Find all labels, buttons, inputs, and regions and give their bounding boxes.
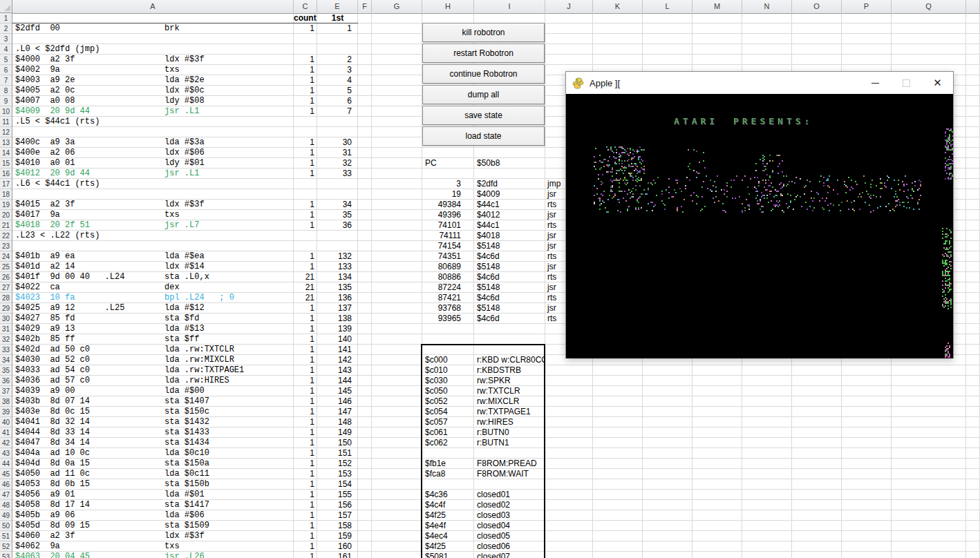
first-seen-cell[interactable]: 3 [317, 65, 358, 75]
count-cell[interactable]: 1 [294, 86, 317, 96]
asm-row[interactable]: $4023 10 fa bpl .L24 ; 0 [12, 293, 294, 303]
count-cell[interactable]: 1 [294, 345, 317, 355]
asm-row[interactable]: $404a ad 10 0c lda $0c10 [12, 448, 294, 459]
mem-desc-cell[interactable]: r:KBDSTRB [474, 365, 545, 376]
asm-row[interactable]: $2dfd 00 brk [12, 23, 294, 34]
mem-addr-cell[interactable]: $c054 [422, 407, 474, 417]
mem-addr-cell[interactable]: $c057 [422, 417, 474, 427]
count-cell[interactable]: 1 [294, 106, 317, 117]
call-addr-cell[interactable]: $5148 [474, 303, 545, 314]
row-header-8[interactable]: 8 [0, 86, 12, 96]
first-seen-cell[interactable]: 138 [317, 314, 358, 324]
first-seen-cell[interactable]: 145 [317, 386, 358, 396]
asm-row[interactable]: $4009 20 9d 44 jsr .L1 [12, 106, 294, 117]
close-button[interactable]: ✕ [922, 72, 953, 94]
call-count-cell[interactable]: 87224 [422, 282, 474, 293]
first-seen-cell[interactable]: 141 [317, 345, 358, 355]
asm-row[interactable]: $401d a2 14 ldx #$14 [12, 262, 294, 272]
pc-value-cell[interactable]: $50b8 [474, 158, 545, 169]
maximize-button[interactable] [891, 72, 922, 94]
mem-desc-cell[interactable]: closed05 [474, 531, 545, 541]
row-header-13[interactable]: 13 [0, 137, 12, 148]
count-cell[interactable]: 1 [294, 552, 317, 558]
column-header-I[interactable]: I [474, 0, 545, 12]
column-header-C[interactable]: C [294, 0, 317, 12]
first-seen-cell[interactable]: 36 [317, 220, 358, 231]
count-cell[interactable]: 1 [294, 65, 317, 75]
call-addr-cell[interactable]: $5148 [474, 241, 545, 251]
first-seen-cell[interactable]: 135 [317, 282, 358, 293]
count-cell[interactable]: 1 [294, 96, 317, 106]
mem-addr-cell[interactable]: $c030 [422, 376, 474, 386]
count-cell[interactable]: 1 [294, 459, 317, 469]
mem-addr-cell[interactable]: $fb1e [422, 459, 474, 469]
row-header-32[interactable]: 32 [0, 334, 12, 345]
asm-row[interactable]: $403b 8d 07 14 sta $1407 [12, 396, 294, 407]
emulator-screen[interactable]: ATARI PRESENTS: [566, 94, 953, 358]
asm-row[interactable]: $400c a9 3a lda #$3a [12, 137, 294, 148]
row-header-45[interactable]: 45 [0, 469, 12, 479]
mem-desc-cell[interactable]: closed04 [474, 521, 545, 531]
asm-row[interactable]: $404d 8d 0a 15 sta $150a [12, 459, 294, 469]
asm-row[interactable]: $4025 a9 12 .L25 lda #$12 [12, 303, 294, 314]
row-header-6[interactable]: 6 [0, 65, 12, 75]
asm-label-row[interactable]: .L23 < .L22 (rts) [12, 231, 294, 241]
first-seen-cell[interactable]: 136 [317, 293, 358, 303]
count-cell[interactable]: 1 [294, 200, 317, 210]
asm-row[interactable]: $401b a9 ea lda #$ea [12, 251, 294, 262]
mem-addr-cell[interactable]: $4f25 [422, 541, 474, 552]
asm-row[interactable]: $4015 a2 3f ldx #$3f [12, 200, 294, 210]
first-seen-cell[interactable]: 142 [317, 355, 358, 365]
row-header-17[interactable]: 17 [0, 179, 12, 189]
first-seen-cell[interactable]: 154 [317, 479, 358, 490]
call-addr-cell[interactable]: $4c6d [474, 314, 545, 324]
first-seen-cell[interactable]: 144 [317, 376, 358, 386]
call-count-cell[interactable]: 93965 [422, 314, 474, 324]
count-cell[interactable]: 1 [294, 427, 317, 438]
asm-row[interactable]: $4007 a0 08 ldy #$08 [12, 96, 294, 106]
mem-addr-cell[interactable]: $c052 [422, 396, 474, 407]
row-header-44[interactable]: 44 [0, 459, 12, 469]
row-header-30[interactable]: 30 [0, 314, 12, 324]
column-header-K[interactable]: K [593, 0, 643, 12]
dump-all-button[interactable]: dump all [422, 85, 545, 104]
row-header-14[interactable]: 14 [0, 148, 12, 158]
count-cell[interactable]: 1 [294, 417, 317, 427]
call-count-cell[interactable]: 80886 [422, 272, 474, 282]
count-cell[interactable]: 1 [294, 396, 317, 407]
count-cell[interactable]: 1 [294, 23, 317, 34]
row-header-15[interactable]: 15 [0, 158, 12, 169]
row-header-4[interactable]: 4 [0, 44, 12, 55]
row-header-29[interactable]: 29 [0, 303, 12, 314]
first-seen-cell[interactable]: 137 [317, 303, 358, 314]
mem-desc-cell[interactable]: rw:TXTCLR [474, 386, 545, 396]
call-addr-cell[interactable]: $44c1 [474, 220, 545, 231]
column-header-G[interactable]: G [372, 0, 422, 12]
asm-row[interactable]: $405b a9 06 lda #$06 [12, 510, 294, 521]
asm-row[interactable]: $4036 ad 57 c0 lda .rw:HIRES [12, 376, 294, 386]
first-seen-cell[interactable]: 2 [317, 55, 358, 65]
mem-addr-cell[interactable]: $4c4f [422, 500, 474, 510]
row-header-50[interactable]: 50 [0, 521, 12, 531]
first-seen-cell[interactable]: 140 [317, 334, 358, 345]
first-seen-cell[interactable]: 150 [317, 438, 358, 448]
row-header-33[interactable]: 33 [0, 345, 12, 355]
column-header-F[interactable]: F [358, 0, 372, 12]
row-header-48[interactable]: 48 [0, 500, 12, 510]
asm-row[interactable]: $4053 8d 0b 15 sta $150b [12, 479, 294, 490]
asm-row[interactable]: $4003 a9 2e lda #$2e [12, 75, 294, 86]
first-seen-cell[interactable]: 148 [317, 417, 358, 427]
asm-row[interactable]: $4012 20 9d 44 jsr .L1 [12, 169, 294, 179]
mem-desc-cell[interactable]: rw:HIRES [474, 417, 545, 427]
count-cell[interactable]: 1 [294, 438, 317, 448]
call-count-cell[interactable]: 87421 [422, 293, 474, 303]
count-cell[interactable]: 1 [294, 448, 317, 459]
row-header-31[interactable]: 31 [0, 324, 12, 334]
row-header-21[interactable]: 21 [0, 220, 12, 231]
mem-desc-cell[interactable]: r:BUTN0 [474, 427, 545, 438]
first-seen-cell[interactable]: 34 [317, 200, 358, 210]
count-cell[interactable]: 1 [294, 303, 317, 314]
mem-desc-cell[interactable]: closed07 [474, 552, 545, 558]
first-seen-cell[interactable]: 133 [317, 262, 358, 272]
row-header-38[interactable]: 38 [0, 396, 12, 407]
